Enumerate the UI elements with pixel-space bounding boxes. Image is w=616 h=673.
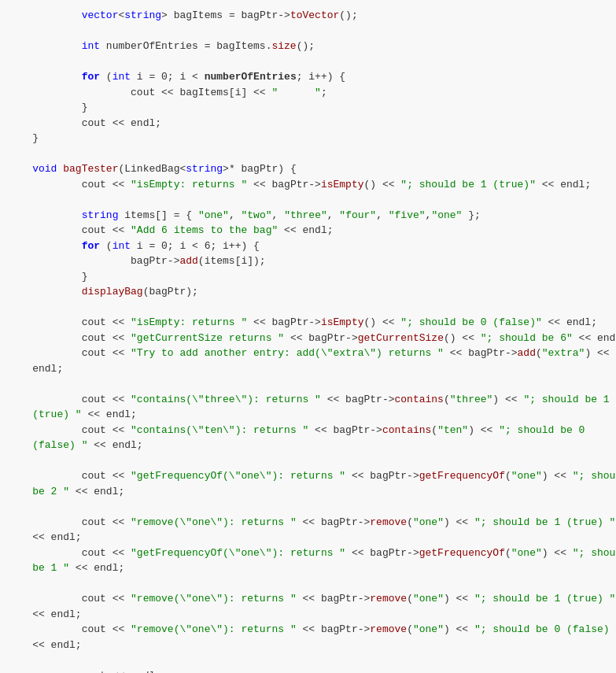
line-10	[8, 146, 608, 162]
line-31: cout << "getFrequencyOf(\"one\"): return…	[8, 468, 608, 484]
line-38	[8, 576, 608, 592]
line-30	[8, 453, 608, 469]
line-23: cout << "Try to add another entry: add(\…	[8, 346, 608, 361]
line-20	[8, 300, 608, 316]
line-5: for (int i = 0; i < numberOfEntries; i++…	[8, 69, 608, 85]
line-15: cout << "Add 6 items to the bag" << endl…	[8, 223, 608, 239]
code-viewer: vector<string> bagItems = bagPtr->toVect…	[0, 0, 616, 673]
line-44: cout << endl;	[8, 668, 608, 674]
line-33	[8, 499, 608, 515]
line-14: string items[] = { "one", "two", "three"…	[8, 208, 608, 224]
line-32: be 2 " << endl;	[8, 484, 608, 500]
line-1: vector<string> bagItems = bagPtr->toVect…	[8, 8, 608, 24]
line-24: endl;	[8, 361, 608, 377]
line-43	[8, 653, 608, 668]
line-28: cout << "contains(\"ten\"): returns " <<…	[8, 423, 608, 438]
line-34: cout << "remove(\"one\"): returns " << b…	[8, 515, 608, 531]
line-7: }	[8, 100, 608, 116]
line-41: cout << "remove(\"one\"): returns " << b…	[8, 622, 608, 638]
line-26: cout << "contains(\"three\"): returns " …	[8, 392, 608, 408]
line-19: displayBag(bagPtr);	[8, 284, 608, 300]
line-39: cout << "remove(\"one\"): returns " << b…	[8, 591, 608, 607]
line-29: (false) " << endl;	[8, 438, 608, 453]
line-11: void bagTester(LinkedBag<string>* bagPtr…	[8, 161, 608, 177]
line-16: for (int i = 0; i < 6; i++) {	[8, 239, 608, 254]
line-9: }	[8, 131, 608, 146]
line-12: cout << "isEmpty: returns " << bagPtr->i…	[8, 177, 608, 193]
line-40: << endl;	[8, 607, 608, 623]
line-25	[8, 376, 608, 392]
line-37: be 1 " << endl;	[8, 560, 608, 576]
code-content: vector<string> bagItems = bagPtr->toVect…	[0, 8, 616, 673]
line-4	[8, 54, 608, 70]
line-13	[8, 192, 608, 208]
line-8: cout << endl;	[8, 116, 608, 131]
line-36: cout << "getFrequencyOf(\"one\"): return…	[8, 545, 608, 561]
line-22: cout << "getCurrentSize returns " << bag…	[8, 331, 608, 346]
line-27: (true) " << endl;	[8, 407, 608, 423]
line-42: << endl;	[8, 638, 608, 653]
line-17: bagPtr->add(items[i]);	[8, 253, 608, 269]
line-3: int numberOfEntries = bagItems.size();	[8, 39, 608, 54]
line-6: cout << bagItems[i] << " ";	[8, 85, 608, 101]
line-2	[8, 24, 608, 39]
line-18: }	[8, 269, 608, 285]
line-35: << endl;	[8, 530, 608, 545]
line-21: cout << "isEmpty: returns " << bagPtr->i…	[8, 315, 608, 331]
